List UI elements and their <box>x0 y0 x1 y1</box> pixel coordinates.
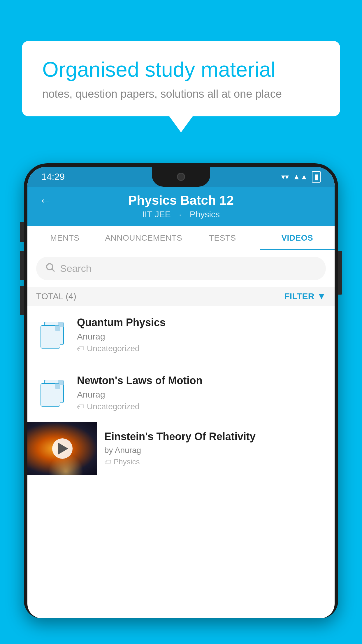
tag-label-1: Uncategorized <box>87 402 140 411</box>
list-item[interactable]: Quantum Physics Anurag 🏷 Uncategorized <box>27 306 335 364</box>
video-tag-1: 🏷 Uncategorized <box>77 402 326 411</box>
document-icon <box>41 380 64 406</box>
video-info-2: Einstein's Theory Of Relativity by Anura… <box>97 422 335 475</box>
video-thumb-0 <box>36 319 68 351</box>
app-header-title: Physics Batch 12 <box>128 193 234 208</box>
filter-label: FILTER <box>284 291 314 301</box>
doc-icon-front <box>41 325 60 349</box>
document-icon <box>41 322 64 348</box>
tag-label-2: Physics <box>114 457 140 466</box>
svg-point-0 <box>47 264 53 270</box>
search-box[interactable]: Search <box>36 257 326 280</box>
tag-label-0: Uncategorized <box>87 344 140 353</box>
subtitle-physics: Physics <box>190 209 220 219</box>
app-header: ← Physics Batch 12 IIT JEE · Physics <box>27 187 335 226</box>
video-tag-2: 🏷 Physics <box>104 457 328 466</box>
video-thumb-1 <box>36 377 68 409</box>
video-author-0: Anurag <box>77 332 326 342</box>
subtitle-iit: IIT JEE <box>142 209 171 219</box>
tag-icon-0: 🏷 <box>77 344 85 353</box>
battery-icon: ▮ <box>312 171 321 183</box>
back-button[interactable]: ← <box>39 193 52 208</box>
status-time: 14:29 <box>41 172 65 182</box>
app-header-row: ← Physics Batch 12 <box>39 193 323 208</box>
video-title-0: Quantum Physics <box>77 316 326 329</box>
speech-bubble-arrow <box>169 116 193 132</box>
wifi-icon: ▾▾ <box>281 172 289 181</box>
phone-button-vol-down <box>20 251 24 280</box>
tag-icon-1: 🏷 <box>77 402 85 411</box>
tag-icon-2: 🏷 <box>104 458 111 466</box>
search-icon <box>45 262 55 275</box>
phone-notch <box>152 167 210 187</box>
list-item[interactable]: Newton's Laws of Motion Anurag 🏷 Uncateg… <box>27 364 335 422</box>
status-icons: ▾▾ ▲▲ ▮ <box>281 171 321 183</box>
play-icon <box>58 443 68 454</box>
phone-screen: 14:29 ▾▾ ▲▲ ▮ ← Physics Batch 12 IIT JEE… <box>27 167 335 618</box>
phone-body: 14:29 ▾▾ ▲▲ ▮ ← Physics Batch 12 IIT JEE… <box>24 163 338 618</box>
tab-tests[interactable]: TESTS <box>185 226 260 250</box>
search-container: Search <box>27 250 335 287</box>
tab-ments[interactable]: MENTS <box>27 226 102 250</box>
camera-icon <box>177 173 185 181</box>
video-list: Quantum Physics Anurag 🏷 Uncategorized <box>27 306 335 475</box>
phone-button-vol-up <box>20 222 24 242</box>
tab-announcements[interactable]: ANNOUNCEMENTS <box>102 226 185 250</box>
total-count: TOTAL (4) <box>36 291 76 301</box>
video-info-1: Newton's Laws of Motion Anurag 🏷 Uncateg… <box>77 374 326 411</box>
video-author-1: Anurag <box>77 390 326 400</box>
speech-bubble-title: Organised study material <box>42 57 320 82</box>
doc-icon-front <box>41 383 60 407</box>
filter-button[interactable]: FILTER ▼ <box>284 291 326 301</box>
video-tag-0: 🏷 Uncategorized <box>77 344 326 353</box>
subtitle-dot: · <box>179 209 184 219</box>
signal-icon: ▲▲ <box>293 172 308 181</box>
speech-bubble-subtitle: notes, question papers, solutions all at… <box>42 88 320 100</box>
play-button[interactable] <box>52 438 73 459</box>
list-item[interactable]: Einstein's Theory Of Relativity by Anura… <box>27 422 335 475</box>
video-title-1: Newton's Laws of Motion <box>77 374 326 387</box>
search-placeholder[interactable]: Search <box>60 263 92 274</box>
video-info-0: Quantum Physics Anurag 🏷 Uncategorized <box>77 316 326 353</box>
svg-line-1 <box>52 269 55 272</box>
app-header-subtitle: IIT JEE · Physics <box>139 209 223 219</box>
video-author-2: by Anurag <box>104 446 328 455</box>
phone-button-power <box>338 251 342 295</box>
filter-icon: ▼ <box>317 291 326 301</box>
phone-wrapper: 14:29 ▾▾ ▲▲ ▮ ← Physics Batch 12 IIT JEE… <box>24 163 338 644</box>
speech-bubble: Organised study material notes, question… <box>22 41 340 116</box>
video-title-2: Einstein's Theory Of Relativity <box>104 430 328 443</box>
tab-videos[interactable]: VIDEOS <box>260 226 335 250</box>
speech-bubble-container: Organised study material notes, question… <box>22 41 340 132</box>
video-thumbnail-2 <box>27 422 97 475</box>
filter-bar: TOTAL (4) FILTER ▼ <box>27 287 335 306</box>
tabs-bar: MENTS ANNOUNCEMENTS TESTS VIDEOS <box>27 226 335 250</box>
phone-button-vol-down2 <box>20 286 24 315</box>
